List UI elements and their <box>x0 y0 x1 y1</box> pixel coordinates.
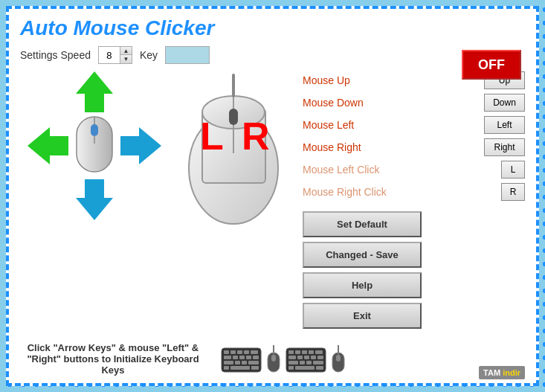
svg-rect-57 <box>336 355 341 362</box>
svg-rect-48 <box>288 361 298 364</box>
outer-border: Auto Mouse Clicker Settings Speed ▲ ▼ Ke… <box>0 0 545 392</box>
svg-rect-19 <box>244 350 249 354</box>
mouse-right-click-row: Mouse Right Click R <box>303 183 525 201</box>
svg-rect-38 <box>288 350 294 354</box>
main-container: Auto Mouse Clicker Settings Speed ▲ ▼ Ke… <box>9 9 536 383</box>
svg-marker-3 <box>120 127 161 164</box>
svg-rect-29 <box>248 361 259 364</box>
svg-rect-41 <box>309 350 314 354</box>
svg-rect-54 <box>316 366 323 370</box>
svg-marker-0 <box>76 71 113 112</box>
mouse-left-label: Mouse Left <box>303 119 399 131</box>
mouse-left-click-row: Mouse Left Click L <box>303 161 525 179</box>
svg-rect-26 <box>224 361 233 364</box>
svg-rect-42 <box>315 350 323 354</box>
speed-spinner[interactable]: ▲ ▼ <box>98 46 132 64</box>
down-key-button[interactable]: Down <box>484 94 525 112</box>
bottom-section: Click "Arrow Keys" & mouse "Left" & "Rig… <box>20 342 525 376</box>
spinner-buttons: ▲ ▼ <box>120 47 132 63</box>
svg-rect-45 <box>304 356 309 359</box>
svg-text:L: L <box>200 115 224 158</box>
speed-input[interactable] <box>99 47 120 63</box>
svg-rect-18 <box>237 350 242 354</box>
mouse-right-click-label: Mouse Right Click <box>303 186 399 198</box>
svg-rect-43 <box>288 356 296 359</box>
tam-indir-badge: TAM indir <box>479 366 525 379</box>
arrow-up-icon <box>76 71 113 112</box>
svg-rect-50 <box>306 361 312 364</box>
lr-mouse-icon: L R <box>176 71 291 228</box>
svg-rect-28 <box>242 361 247 364</box>
svg-rect-16 <box>224 350 229 354</box>
mouse-right-label: Mouse Right <box>303 141 399 153</box>
spinner-up-button[interactable]: ▲ <box>120 47 132 55</box>
svg-rect-17 <box>230 350 236 354</box>
dot-border: Auto Mouse Clicker Settings Speed ▲ ▼ Ke… <box>6 6 539 386</box>
key-label: Key <box>140 49 158 61</box>
key-input-field[interactable] <box>165 46 210 64</box>
instruction-text: Click "Arrow Keys" & mouse "Left" & "Rig… <box>20 342 206 376</box>
mouse-down-label: Mouse Down <box>303 97 399 109</box>
main-content-area: L R Mouse Up Up Mou <box>20 71 525 329</box>
svg-marker-1 <box>76 179 113 220</box>
tam-indir-text: indir <box>503 368 520 377</box>
mouse-right-row: Mouse Right Right <box>303 138 525 156</box>
mouse-icon-1 <box>265 345 282 373</box>
exit-button[interactable]: Exit <box>303 303 422 329</box>
help-button[interactable]: Help <box>303 272 422 298</box>
svg-marker-2 <box>28 127 68 164</box>
app-title: Auto Mouse Clicker <box>20 16 525 40</box>
left-key-button[interactable]: Left <box>484 116 525 134</box>
svg-rect-32 <box>251 366 259 370</box>
svg-rect-52 <box>288 366 294 370</box>
arrow-left-icon <box>28 127 68 164</box>
svg-rect-30 <box>224 366 229 370</box>
arrow-container <box>28 71 161 220</box>
mouse-down-row: Mouse Down Down <box>303 94 525 112</box>
keyboard-icon-2 <box>286 344 326 374</box>
r-key-button[interactable]: R <box>501 183 525 201</box>
svg-rect-44 <box>297 356 303 359</box>
keyboard-icons-group <box>221 344 346 374</box>
l-key-button[interactable]: L <box>501 161 525 179</box>
svg-rect-6 <box>91 124 98 136</box>
mouse-arrows-panel <box>20 71 169 329</box>
svg-rect-39 <box>295 350 300 354</box>
mouse-up-label: Mouse Up <box>303 74 399 86</box>
svg-rect-20 <box>251 350 258 354</box>
arrow-down-icon <box>76 179 113 220</box>
lr-mouse-panel: L R <box>176 71 295 329</box>
arrow-right-icon <box>120 127 161 164</box>
svg-rect-21 <box>224 356 231 359</box>
spinner-down-button[interactable]: ▼ <box>120 55 132 63</box>
svg-rect-27 <box>235 361 240 364</box>
settings-row: Settings Speed ▲ ▼ Key <box>20 46 525 64</box>
svg-rect-40 <box>302 350 307 354</box>
keyboard-icon-1 <box>221 344 262 374</box>
svg-rect-47 <box>317 356 323 359</box>
mouse-icon-2 <box>330 345 346 373</box>
action-buttons-group: Set Default Changed - Save Help Exit <box>303 211 525 329</box>
svg-rect-25 <box>253 356 259 359</box>
right-key-button[interactable]: Right <box>484 138 525 156</box>
mouse-center-icon <box>75 115 114 176</box>
svg-rect-31 <box>230 366 250 370</box>
svg-rect-23 <box>239 356 245 359</box>
changed-save-button[interactable]: Changed - Save <box>303 242 422 268</box>
svg-rect-46 <box>311 356 316 359</box>
mouse-left-click-label: Mouse Left Click <box>303 164 399 176</box>
svg-rect-24 <box>246 356 251 359</box>
key-mapping-panel: Mouse Up Up Mouse Down Down Mouse Left L… <box>303 71 525 329</box>
svg-rect-49 <box>300 361 305 364</box>
mouse-left-row: Mouse Left Left <box>303 116 525 134</box>
svg-rect-51 <box>313 361 323 364</box>
svg-text:R: R <box>242 115 270 158</box>
svg-rect-35 <box>271 355 276 362</box>
set-default-button[interactable]: Set Default <box>303 211 422 237</box>
svg-rect-11 <box>229 109 238 125</box>
off-toggle-button[interactable]: OFF <box>462 50 521 80</box>
svg-rect-22 <box>233 356 238 359</box>
svg-rect-53 <box>295 366 315 370</box>
speed-label: Settings Speed <box>20 49 91 61</box>
